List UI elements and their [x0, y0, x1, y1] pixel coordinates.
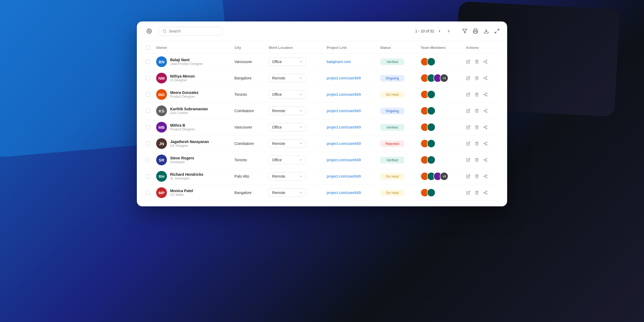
svg-line-21: [485, 95, 486, 96]
owner-role: Sub Content: [170, 111, 208, 115]
work-location-value: Office: [272, 125, 282, 129]
avatar: SR: [156, 155, 167, 165]
project-link[interactable]: project.com/user849: [327, 158, 361, 162]
delete-button[interactable]: [475, 60, 479, 64]
search-box[interactable]: [158, 27, 223, 35]
project-link[interactable]: project.com/user849: [327, 109, 361, 113]
edit-button[interactable]: [466, 191, 470, 195]
work-location-value: Remote: [272, 191, 285, 195]
share-button[interactable]: [483, 76, 488, 80]
svg-point-35: [486, 144, 487, 145]
work-location-select[interactable]: Remote: [269, 188, 306, 197]
filter-button[interactable]: [462, 28, 467, 34]
project-link[interactable]: project.com/user849: [327, 92, 361, 97]
svg-point-20: [486, 95, 487, 96]
work-location-value: Remote: [272, 76, 285, 80]
delete-button[interactable]: [475, 125, 479, 129]
share-button[interactable]: [483, 141, 488, 146]
work-location-select[interactable]: Office: [269, 156, 306, 164]
share-button[interactable]: [483, 174, 488, 178]
project-link[interactable]: project.com/user849: [327, 76, 361, 80]
svg-point-28: [486, 125, 487, 126]
row-checkbox-5[interactable]: [145, 141, 150, 146]
share-button[interactable]: [483, 109, 488, 113]
row-checkbox-6[interactable]: [145, 158, 150, 162]
svg-point-43: [486, 174, 487, 175]
delete-button[interactable]: [475, 158, 479, 162]
edit-button[interactable]: [466, 125, 470, 129]
team-avatars: [420, 139, 459, 148]
table-row: MP Monica Patel UX Writer Bangalore Remo…: [144, 185, 500, 201]
edit-button[interactable]: [466, 92, 470, 97]
svg-line-41: [485, 160, 486, 161]
row-checkbox-4[interactable]: [145, 125, 150, 129]
row-checkbox-3[interactable]: [145, 109, 150, 113]
delete-button[interactable]: [475, 76, 479, 80]
project-link[interactable]: project.com/user849: [327, 125, 361, 129]
project-link[interactable]: project.com/user849: [327, 191, 361, 195]
edit-button[interactable]: [466, 109, 470, 113]
row-checkbox-8[interactable]: [145, 191, 150, 195]
actions-cell: [466, 174, 496, 178]
print-button[interactable]: [473, 28, 478, 34]
col-project-link: Project Link: [324, 41, 377, 54]
svg-point-23: [486, 109, 487, 110]
svg-point-1: [163, 30, 166, 32]
delete-button[interactable]: [475, 191, 479, 195]
delete-button[interactable]: [475, 174, 479, 178]
table-row: MG Meera Gonzalez Product Designer Toron…: [144, 86, 500, 103]
prev-page-button[interactable]: [436, 27, 443, 35]
avatar: BN: [156, 56, 167, 67]
work-location-select[interactable]: Remote: [269, 172, 306, 181]
delete-button[interactable]: [475, 109, 479, 113]
edit-button[interactable]: [466, 174, 470, 178]
row-checkbox-2[interactable]: [145, 92, 150, 97]
table-header-row: Owner City Work Location Project Link St…: [144, 41, 500, 54]
svg-point-45: [486, 177, 487, 178]
next-page-button[interactable]: [445, 27, 452, 35]
work-location-select[interactable]: Office: [269, 123, 306, 131]
table-row: SR Steve Rogers Developer Toronto Office…: [144, 152, 500, 168]
work-location-select[interactable]: Remote: [269, 107, 306, 115]
edit-button[interactable]: [466, 158, 470, 162]
download-button[interactable]: [484, 28, 489, 34]
share-button[interactable]: [483, 158, 488, 162]
share-button[interactable]: [483, 92, 488, 97]
team-avatar: [427, 139, 436, 148]
team-avatars: [420, 123, 459, 131]
owner-role: Product Designer: [170, 95, 199, 98]
project-link[interactable]: project.com/user849: [327, 141, 361, 146]
owner-cell: RH Richard Hendricks Sr. Developer: [156, 171, 228, 182]
share-button[interactable]: [483, 125, 488, 129]
row-checkbox-0[interactable]: [145, 60, 150, 64]
fullscreen-button[interactable]: [494, 28, 500, 34]
chevron-down-icon: [299, 93, 303, 96]
svg-marker-3: [463, 29, 467, 33]
svg-point-0: [149, 31, 150, 32]
work-location-select[interactable]: Office: [269, 57, 306, 66]
row-checkbox-7[interactable]: [145, 174, 150, 178]
edit-button[interactable]: [466, 76, 470, 80]
project-link[interactable]: balajinant.com: [327, 60, 351, 64]
share-button[interactable]: [483, 191, 488, 195]
work-location-select[interactable]: Office: [269, 90, 306, 99]
svg-line-36: [485, 144, 486, 145]
share-button[interactable]: [483, 60, 488, 64]
work-location-select[interactable]: Remote: [269, 139, 306, 148]
work-location-select[interactable]: Remote: [269, 74, 306, 82]
work-location-value: Office: [272, 92, 282, 97]
table-row: RH Richard Hendricks Sr. Developer Palo …: [144, 168, 500, 185]
team-avatars: +1: [420, 74, 459, 82]
select-all-checkbox[interactable]: [145, 45, 150, 50]
delete-button[interactable]: [475, 141, 479, 146]
edit-button[interactable]: [466, 60, 470, 64]
delete-button[interactable]: [475, 92, 479, 97]
city-cell: Toronto: [231, 86, 265, 103]
row-checkbox-1[interactable]: [145, 76, 150, 80]
settings-button[interactable]: [144, 26, 154, 36]
edit-button[interactable]: [466, 141, 470, 146]
owner-info: Balaji Nant Lead Product Designer: [170, 58, 203, 66]
project-link[interactable]: project.com/user849: [327, 174, 361, 178]
team-avatar: [427, 57, 436, 66]
search-input[interactable]: [169, 29, 219, 33]
